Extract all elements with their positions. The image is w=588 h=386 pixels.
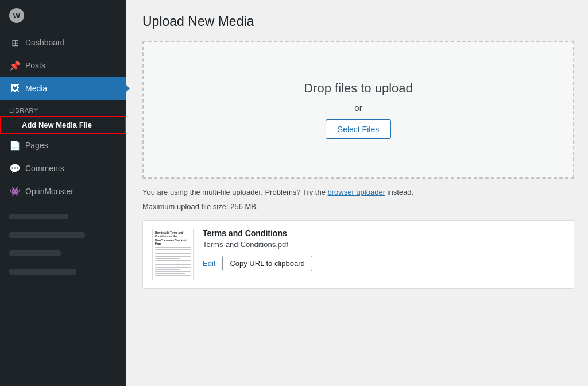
blurred-item-2 xyxy=(0,226,126,244)
sidebar-logo: W xyxy=(0,0,126,31)
sidebar-item-pages[interactable]: 📄 Pages xyxy=(0,134,126,157)
blurred-bar-4 xyxy=(9,269,76,275)
sidebar-item-label-dashboard: Dashboard xyxy=(25,38,65,47)
sidebar-item-posts[interactable]: 📌 Posts xyxy=(0,54,126,77)
optinmonster-icon: 👾 xyxy=(9,186,21,197)
sidebar-item-label-pages: Pages xyxy=(25,141,48,150)
max-size-notice: Maximum upload file size: 256 MB. xyxy=(142,202,574,211)
sidebar-item-dashboard[interactable]: ⊞ Dashboard xyxy=(0,31,126,54)
uploaded-file-item: How to Add Terms and Conditions on the W… xyxy=(142,220,574,289)
pages-icon: 📄 xyxy=(9,140,21,151)
upload-drop-area[interactable]: Drop files to upload or Select Files xyxy=(142,41,574,179)
posts-icon: 📌 xyxy=(9,60,21,71)
sidebar-item-label-optinmonster: OptinMonster xyxy=(25,187,74,196)
sidebar-item-add-new-media[interactable]: Add New Media File xyxy=(0,116,126,134)
sidebar-item-comments[interactable]: 💬 Comments xyxy=(0,157,126,180)
sidebar-item-label-media: Media xyxy=(25,84,47,93)
sidebar-item-optinmonster[interactable]: 👾 OptinMonster xyxy=(0,180,126,203)
media-section-label: Library xyxy=(0,100,126,116)
add-new-media-label: Add New Media File xyxy=(22,121,92,129)
blurred-nav-items xyxy=(0,207,126,281)
sidebar-item-media[interactable]: 🖼 Media xyxy=(0,77,126,100)
sidebar-item-label-comments: Comments xyxy=(25,164,64,173)
sidebar-nav: ⊞ Dashboard 📌 Posts 🖼 Media Library Add … xyxy=(0,31,126,386)
notice-suffix: instead. xyxy=(385,188,413,196)
uploader-notice: You are using the multi-file uploader. P… xyxy=(142,188,574,196)
drop-files-text: Drop files to upload xyxy=(304,81,413,96)
blurred-bar-1 xyxy=(9,214,68,219)
blurred-item-4 xyxy=(0,263,126,281)
notice-prefix: You are using the multi-file uploader. P… xyxy=(142,188,328,196)
or-text: or xyxy=(354,103,362,113)
file-thumbnail: How to Add Terms and Conditions on the W… xyxy=(152,229,194,280)
page-title: Upload New Media xyxy=(142,14,574,29)
file-actions: Edit Copy URL to clipboard xyxy=(203,256,312,271)
sidebar: W ⊞ Dashboard 📌 Posts 🖼 Media Library Ad… xyxy=(0,0,126,386)
dashboard-icon: ⊞ xyxy=(9,37,21,48)
pdf-preview-title: How to Add Terms and Conditions on the W… xyxy=(155,231,191,246)
wordpress-icon: W xyxy=(9,8,24,23)
file-name: Terms-and-Conditions.pdf xyxy=(203,240,312,249)
copy-url-button[interactable]: Copy URL to clipboard xyxy=(222,256,312,271)
sidebar-item-label-posts: Posts xyxy=(25,61,45,70)
blurred-item-1 xyxy=(0,207,126,226)
blurred-item-3 xyxy=(0,244,126,263)
main-content: Upload New Media Drop files to upload or… xyxy=(126,0,588,386)
file-info: Terms and Conditions Terms-and-Condition… xyxy=(203,229,312,271)
blurred-bar-3 xyxy=(9,250,61,256)
select-files-button[interactable]: Select Files xyxy=(326,119,391,139)
pdf-preview: How to Add Terms and Conditions on the W… xyxy=(153,229,193,280)
comments-icon: 💬 xyxy=(9,163,21,174)
media-icon: 🖼 xyxy=(9,83,21,94)
edit-link[interactable]: Edit xyxy=(203,259,215,268)
file-title: Terms and Conditions xyxy=(203,229,312,238)
browser-uploader-link[interactable]: browser uploader xyxy=(328,188,385,196)
blurred-bar-2 xyxy=(9,232,85,238)
